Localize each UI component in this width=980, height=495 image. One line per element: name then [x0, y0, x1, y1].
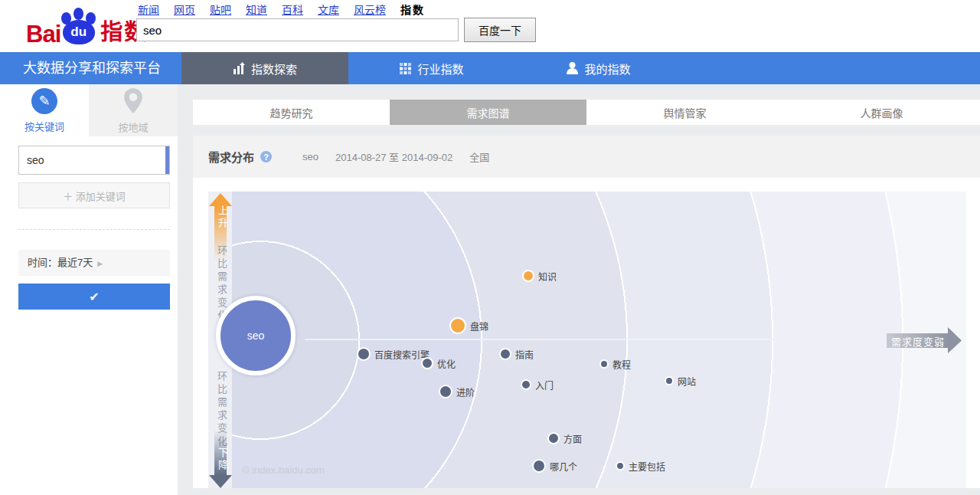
keyword-bubble-label: 百度搜索引擎	[374, 348, 430, 361]
top-nav-link-current[interactable]: 指数	[400, 2, 425, 17]
primary-nav-item[interactable]: 我的指数	[515, 52, 682, 84]
top-nav: 新闻网页贴吧知道百科文库风云榜指数	[138, 2, 425, 17]
content-tabs: 趋势研究需求图谱舆情管家人群画像	[193, 100, 980, 125]
confirm-button[interactable]: ✔	[18, 284, 170, 310]
sidebar-tab-label: 按关键词	[24, 119, 64, 133]
top-nav-link[interactable]: 文库	[318, 2, 339, 17]
keyword-bubble-label: 方面	[564, 432, 582, 445]
keyword-bubble-label: 优化	[437, 357, 456, 370]
keyword-bubble-label: 进阶	[456, 385, 475, 398]
keyword-bubble[interactable]	[357, 347, 371, 361]
time-filter[interactable]: 时间：最近7天▶	[18, 250, 170, 276]
sidebar: ✎ 按关键词 按地域 ＋ 添加关键词 时间：最近7天▶ ✔	[0, 84, 178, 495]
keyword-bubble-label: 哪几个	[550, 460, 577, 473]
panel-header: 需求分布 ? seo 2014-08-27 至 2014-09-02 全国	[193, 136, 980, 178]
content-tab[interactable]: 需求图谱	[390, 100, 586, 125]
keyword-bubble[interactable]	[665, 376, 674, 385]
panel-region: 全国	[469, 149, 489, 164]
check-icon: ✔	[89, 290, 99, 303]
user-icon	[567, 62, 578, 74]
top-nav-link[interactable]: 风云榜	[354, 2, 386, 17]
content-tab[interactable]: 舆情管家	[586, 100, 783, 125]
help-icon[interactable]: ?	[260, 151, 272, 162]
keyword-bubble[interactable]	[499, 348, 511, 360]
keyword-bubble[interactable]	[421, 357, 433, 369]
panel-date-range: 2014-08-27 至 2014-09-02	[335, 149, 452, 164]
content-tab[interactable]: 趋势研究	[193, 100, 390, 125]
sidebar-tabs: ✎ 按关键词 按地域	[0, 84, 178, 136]
search-input[interactable]	[136, 18, 459, 41]
primary-navbar: 大数据分享和探索平台 指数探索 行业指数 我的指数	[0, 52, 980, 84]
keyword-bubble-label: 网站	[678, 375, 696, 388]
keyword-input-wrap	[18, 146, 170, 175]
panel-title: 需求分布	[208, 149, 254, 165]
grid-icon	[400, 63, 411, 74]
logo-du-text: du	[70, 25, 87, 40]
baidu-paw-icon: du	[61, 8, 98, 46]
keyword-bubble-label: 主要包括	[629, 460, 665, 473]
keyword-bubble-label: 指南	[515, 348, 534, 361]
keyword-bubble[interactable]	[599, 359, 609, 369]
down-arrow-label: 下降	[215, 447, 230, 472]
center-keyword-label: seo	[247, 329, 265, 342]
keyword-bubble[interactable]	[532, 459, 546, 473]
keyword-bubble-label: 入门	[535, 379, 554, 392]
primary-nav-items: 指数探索 行业指数 我的指数	[181, 52, 682, 84]
keyword-bubble[interactable]	[616, 461, 625, 470]
primary-nav-item-label: 行业指数	[417, 61, 463, 77]
keyword-bubble[interactable]	[522, 270, 534, 282]
panel-keyword: seo	[302, 151, 318, 162]
chevron-right-icon: ▶	[97, 260, 103, 267]
bar-chart-icon	[233, 62, 245, 74]
center-keyword-bubble[interactable]: seo	[216, 296, 296, 375]
pencil-icon: ✎	[31, 88, 57, 114]
demand-map-chart: 上升 环比需求变化 环比需求变化 下降 需求度变弱 seo	[208, 192, 966, 488]
baidu-index-logo[interactable]: Bai du 指数	[26, 8, 148, 46]
keyword-input[interactable]	[19, 146, 169, 174]
up-arrow-label: 上升	[215, 205, 230, 230]
top-nav-link[interactable]: 知道	[246, 2, 267, 17]
keyword-bubble-label: 盘锦	[470, 320, 488, 333]
keyword-bubble[interactable]	[449, 317, 466, 334]
search-button[interactable]: 百度一下	[464, 18, 536, 42]
keyword-bubble-label: 教程	[612, 358, 631, 371]
sidebar-tab[interactable]: 按地域	[89, 84, 178, 136]
x-axis-arrow-label: 需求度变弱	[891, 334, 945, 349]
keyword-bubble[interactable]	[547, 432, 560, 444]
content-tab[interactable]: 人群画像	[783, 100, 980, 125]
keyword-input-accent	[165, 146, 169, 174]
keyword-bubble-label: 知识	[538, 270, 557, 283]
top-nav-link[interactable]: 网页	[174, 2, 195, 17]
keyword-bubble[interactable]	[439, 385, 452, 398]
x-axis-line	[305, 339, 929, 340]
primary-nav-item[interactable]: 指数探索	[181, 52, 348, 84]
primary-nav-item-label: 指数探索	[251, 61, 297, 77]
top-nav-link[interactable]: 新闻	[138, 2, 159, 17]
map-pin-icon	[122, 87, 145, 115]
sidebar-divider	[18, 229, 170, 230]
primary-nav-item[interactable]: 行业指数	[348, 52, 515, 84]
top-nav-link[interactable]: 百科	[282, 2, 303, 17]
time-filter-label: 时间：最近7天	[28, 257, 93, 268]
sidebar-tab-label: 按地域	[118, 120, 148, 134]
content-panel: 需求分布 ? seo 2014-08-27 至 2014-09-02 全国 上升…	[193, 136, 980, 488]
keyword-bubble[interactable]	[521, 379, 531, 390]
top-nav-link[interactable]: 贴吧	[210, 2, 231, 17]
top-header: Bai du 指数 新闻网页贴吧知道百科文库风云榜指数 百度一下	[0, 0, 980, 52]
sidebar-tab[interactable]: ✎ 按关键词	[0, 84, 89, 136]
primary-nav-item-label: 我的指数	[584, 61, 630, 77]
logo-bai-text: Bai	[26, 22, 60, 46]
add-keyword-button[interactable]: ＋ 添加关键词	[18, 182, 170, 208]
platform-title: 大数据分享和探索平台	[23, 52, 161, 84]
watermark: © index.baidu.com	[242, 464, 325, 476]
